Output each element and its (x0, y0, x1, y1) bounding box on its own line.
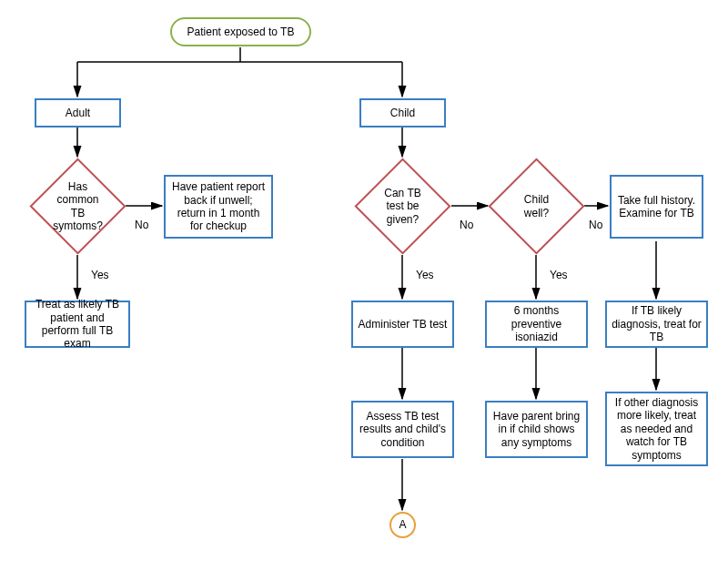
decision-child-well: Child well? (502, 172, 571, 240)
adult-text: Adult (66, 107, 90, 119)
start-node: Patient exposed to TB (170, 17, 311, 46)
decision-symptoms: Has common TB symtoms? (44, 172, 112, 240)
assess-results-text: Assess TB test results and child's condi… (357, 410, 449, 449)
full-exam-text: Treat as likely TB patient and perform f… (30, 298, 125, 351)
child-text: Child (390, 107, 415, 119)
take-history-node: Take full history. Examine for TB (610, 175, 703, 239)
full-exam-node: Treat as likely TB patient and perform f… (25, 301, 130, 348)
label-symptoms-no: No (135, 219, 148, 231)
other-diag-text: If other diagnosis more likely, treat as… (611, 396, 703, 462)
report-back-text: Have patient report back if unwell; retu… (169, 180, 268, 233)
report-back-node: Have patient report back if unwell; retu… (164, 175, 273, 239)
assess-results-node: Assess TB test results and child's condi… (351, 401, 454, 458)
decision-child-well-text: Child well? (502, 172, 571, 240)
flow-arrows (0, 0, 728, 581)
treat-tb-node: If TB likely diagnosis, treat for TB (605, 301, 708, 348)
take-history-text: Take full history. Examine for TB (615, 194, 698, 220)
isoniazid-node: 6 months preventive isoniazid (485, 301, 588, 348)
parent-bring-text: Have parent bring in if child shows any … (490, 410, 582, 449)
label-tbtest-no: No (460, 219, 473, 231)
label-childwell-no: No (589, 219, 602, 231)
parent-bring-node: Have parent bring in if child shows any … (485, 401, 588, 458)
treat-tb-text: If TB likely diagnosis, treat for TB (611, 304, 703, 343)
other-diag-node: If other diagnosis more likely, treat as… (605, 392, 708, 466)
label-childwell-yes: Yes (550, 269, 568, 281)
start-text: Patient exposed to TB (187, 25, 295, 38)
label-symptoms-yes: Yes (91, 269, 109, 281)
label-tbtest-yes: Yes (416, 269, 434, 281)
child-node: Child (359, 98, 446, 127)
connector-a-text: A (399, 518, 406, 531)
adult-node: Adult (35, 98, 121, 127)
connector-a: A (389, 512, 416, 538)
decision-symptoms-text: Has common TB symtoms? (44, 172, 112, 240)
admin-test-node: Administer TB test (351, 301, 454, 348)
isoniazid-text: 6 months preventive isoniazid (490, 304, 582, 343)
admin-test-text: Administer TB test (359, 318, 448, 331)
decision-tb-test-text: Can TB test be given? (369, 172, 437, 240)
decision-tb-test: Can TB test be given? (369, 172, 437, 240)
